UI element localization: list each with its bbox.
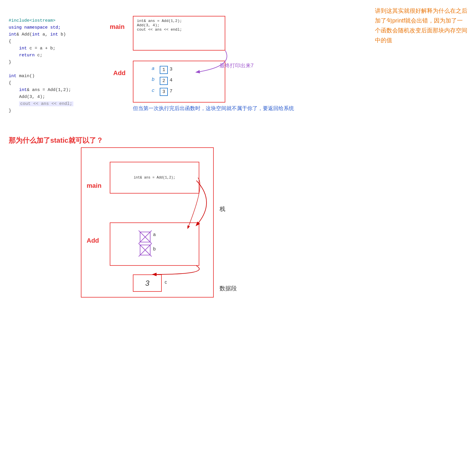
- add-label-top: Add: [113, 69, 126, 77]
- code-line-4: {: [9, 38, 73, 45]
- inner-main-code: int& ans = Add(1,2);: [134, 176, 175, 180]
- final-print-text: 最终打印出来7: [220, 62, 254, 69]
- b-label: b: [153, 246, 156, 252]
- inner-main-box: int& ans = Add(1,2);: [110, 162, 199, 194]
- var-a-val1: 1: [160, 66, 168, 74]
- var-b-val2: 4: [170, 77, 172, 83]
- code-line-6: return c;: [9, 52, 73, 59]
- big-main-label: main: [87, 182, 101, 190]
- code-line-11: int& ans = Add(1,2);: [9, 87, 73, 94]
- var-b-val1: 2: [160, 77, 168, 85]
- add-box-top: a 1 3 b 2 4 c 3 7: [133, 61, 225, 103]
- big-add-label: Add: [87, 237, 99, 244]
- var-c-val1: 3: [160, 88, 168, 96]
- inner-add-box: a b: [110, 222, 199, 266]
- code-line-1: #include<iostream>: [9, 17, 73, 24]
- code-line-10: {: [9, 80, 73, 87]
- a-label: a: [153, 232, 156, 237]
- code-line-7: }: [9, 59, 73, 66]
- crossed-box-a-svg: [137, 229, 160, 258]
- section-heading: 那为什么加了static就可以了？: [9, 136, 103, 145]
- code-line-2: using namespace std;: [9, 24, 73, 31]
- data-segment-label: 数据段: [220, 285, 237, 292]
- code-panel: #include<iostream> using namespace std; …: [9, 17, 73, 114]
- code-line-13: cout << ans << endl;: [9, 101, 73, 107]
- main-code-line3: cout << ans << endl;: [137, 27, 221, 32]
- var-a-val2: 3: [170, 66, 172, 72]
- code-line-3: int& Add(int a, int b): [9, 31, 73, 38]
- main-code-box: int& ans = Add(1,2); Add(3, 4); cout << …: [133, 16, 225, 51]
- stack-label: 栈: [220, 205, 225, 213]
- var-c-val2: 7: [170, 88, 172, 94]
- main-code-line1: int& ans = Add(1,2);: [137, 19, 221, 23]
- main-label-top: main: [110, 23, 124, 31]
- explain-bottom: 但当第一次执行完后出函数时，这块空间就不属于你了，要返回给系统: [133, 104, 294, 113]
- code-line-14: }: [9, 107, 73, 114]
- main-code-line2: Add(3, 4);: [137, 23, 221, 27]
- data-seg-box: 3: [133, 274, 162, 292]
- data-value: 3: [145, 279, 149, 288]
- c-label-data: c: [165, 280, 167, 285]
- code-line-8: [9, 66, 73, 73]
- explain-right: 讲到这其实就很好解释为什么在之后加了句printf就会出错，因为加了一个函数会随…: [375, 6, 467, 45]
- code-line-9: int main(): [9, 73, 73, 80]
- code-line-12: Add(3, 4);: [9, 94, 73, 101]
- code-line-5: int c = a + b;: [9, 45, 73, 52]
